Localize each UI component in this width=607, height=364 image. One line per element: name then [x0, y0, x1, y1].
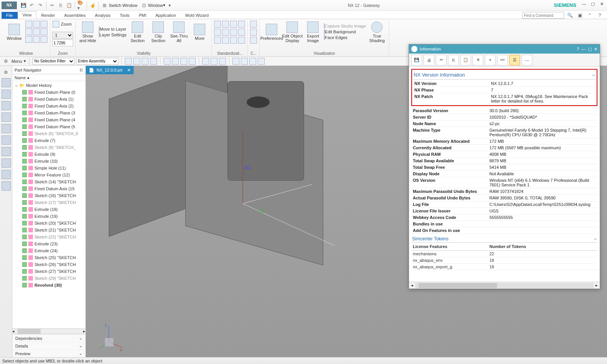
tb2-15[interactable]	[258, 58, 265, 65]
rail-item-4[interactable]	[2, 113, 11, 122]
rail-item-9[interactable]	[2, 170, 11, 179]
tb2-8[interactable]	[189, 58, 196, 65]
tb2-6[interactable]	[172, 58, 179, 65]
selection-filter-select[interactable]: No Selection Filter	[33, 58, 75, 65]
std-7[interactable]	[230, 29, 237, 36]
info-close-icon[interactable]: ✕	[594, 47, 597, 52]
rail-item-8[interactable]	[2, 158, 11, 168]
std-4[interactable]	[238, 21, 245, 28]
menu-gear-icon[interactable]: ⚙	[2, 58, 9, 65]
tree-item[interactable]: Extrude (24)	[12, 247, 85, 254]
navigator-pin-icon[interactable]: ⊏	[80, 67, 83, 72]
cut-icon[interactable]: ✂	[49, 2, 56, 9]
search-icon[interactable]: 🔍	[566, 12, 573, 19]
window-button[interactable]: Window	[5, 23, 24, 41]
info-section-tokens[interactable]: Simcenter Tokens–	[411, 234, 597, 243]
checkbox-icon[interactable]	[22, 262, 27, 267]
export-image-button[interactable]: Export Image	[303, 21, 322, 43]
checkbox-icon[interactable]	[22, 145, 27, 150]
tree-item[interactable]: Sketch (22) "SKETCH	[12, 233, 85, 240]
tree-item[interactable]: Extrude (9)	[12, 151, 85, 158]
collapse-ribbon-icon[interactable]: ⌃	[586, 12, 593, 19]
tree-item[interactable]: Fixed Datum Plane (4	[12, 116, 85, 123]
tree-item[interactable]: Extrude (23)	[12, 240, 85, 247]
tree-item[interactable]: Extrude (10)	[12, 158, 85, 165]
document-tab[interactable]: 📄NX_12.0.0.prt✕	[86, 66, 134, 74]
c-2[interactable]	[250, 29, 257, 36]
close-button[interactable]: ✕	[598, 2, 605, 9]
layout-btn-9[interactable]	[41, 36, 47, 43]
maximize-button[interactable]: ▢	[589, 2, 597, 9]
rail-settings-icon[interactable]: ⚙	[3, 69, 10, 76]
tree-item[interactable]: Extrude (18)	[12, 206, 85, 213]
tb2-13[interactable]	[241, 58, 248, 65]
assembly-scope-select[interactable]: Entire Assembly	[76, 58, 118, 65]
info-hscroll[interactable]: ◂▸	[409, 282, 600, 289]
help-icon[interactable]: ?	[596, 12, 603, 19]
tab-mold-wizard[interactable]: Mold Wizard	[181, 12, 213, 19]
checkbox-icon[interactable]	[22, 207, 27, 212]
info-minimize-icon[interactable]: —	[581, 47, 586, 52]
checkbox-icon[interactable]	[22, 111, 27, 115]
info-titlebar[interactable]: Information ? — ▢ ✕	[409, 44, 600, 54]
rail-item-5[interactable]	[2, 124, 11, 133]
tree-item[interactable]: Fixed Datum Plane (0	[12, 89, 85, 96]
copy-icon[interactable]: ⎘	[57, 2, 64, 9]
tab-analysis[interactable]: Analysis	[90, 12, 115, 19]
layout-btn-3[interactable]	[41, 21, 47, 28]
tree-item[interactable]: Sketch (16) "SKETCH	[12, 192, 85, 199]
checkbox-icon[interactable]	[22, 221, 27, 225]
tree-item[interactable]: Fixed Datum Axis (2)	[12, 103, 85, 109]
move-layer-button[interactable]: Move to Layer	[99, 27, 126, 31]
tree-item[interactable]: Sketch (29) "SKETCH	[12, 275, 85, 282]
touch-icon[interactable]: ☝	[89, 2, 96, 9]
edit-background-button[interactable]: Edit Background	[324, 29, 366, 34]
checkbox-icon[interactable]	[22, 152, 27, 157]
std-9[interactable]	[214, 37, 221, 44]
tab-view[interactable]: View	[18, 11, 37, 19]
c-1[interactable]	[250, 21, 257, 28]
checkbox-icon[interactable]	[22, 131, 27, 136]
tree-item[interactable]: Sketch (14) "SKETCH	[12, 178, 85, 185]
true-shading-button[interactable]: True Shading	[367, 21, 386, 43]
checkbox-icon[interactable]	[22, 90, 27, 95]
tree-item[interactable]: Sketch (6) "SKETCH_0	[12, 130, 85, 137]
tree-item[interactable]: Extrude (19)	[12, 213, 85, 220]
layout-btn-7[interactable]	[25, 36, 32, 43]
capture-studio-button[interactable]: Capture Studio Image	[324, 24, 366, 28]
see-thru-button[interactable]: See-Thru All	[169, 21, 188, 43]
tb2-1[interactable]	[125, 58, 132, 65]
close-tab-icon[interactable]: ✕	[127, 68, 131, 73]
checkbox-icon[interactable]	[22, 97, 27, 101]
menu-button[interactable]: Menu	[11, 59, 22, 64]
checkbox-icon[interactable]	[22, 248, 27, 253]
info-section-version[interactable]: NX Version Information–	[413, 70, 596, 80]
std-6[interactable]	[222, 29, 229, 36]
checkbox-icon[interactable]	[22, 214, 27, 219]
name-column-header[interactable]: Name ▴	[12, 74, 85, 81]
layout-btn-1[interactable]	[25, 21, 32, 28]
edit-section-button[interactable]: Edit Section	[128, 21, 147, 43]
tree-item[interactable]: Fixed Datum Axis (15	[12, 185, 85, 192]
more-button[interactable]: More	[190, 23, 209, 41]
face-edges-button[interactable]: Face Edges	[324, 35, 366, 40]
checkbox-icon[interactable]	[22, 235, 27, 239]
tree-item[interactable]: Sketch (8) "SKETCH_	[12, 144, 85, 151]
zoom-preset-select[interactable]: 1	[52, 32, 73, 39]
tab-pmi[interactable]: PMI	[134, 12, 151, 19]
rail-item-3[interactable]	[2, 101, 11, 110]
tb2-3[interactable]	[142, 58, 149, 65]
tree-item[interactable]: Extrude (7)	[12, 137, 85, 144]
overflow-icon[interactable]: ▾	[166, 2, 173, 9]
footer-dependencies[interactable]: Dependencies⌄	[12, 334, 85, 342]
info-body[interactable]: NX Version Information– NX VersionNX 12.…	[409, 67, 600, 282]
info-maximize-icon[interactable]: ▢	[588, 47, 592, 52]
tb2-2[interactable]	[133, 58, 140, 65]
std-5[interactable]	[214, 29, 221, 36]
tb2-9[interactable]	[202, 58, 209, 65]
layer-settings-button[interactable]: Layer Settings	[99, 33, 126, 37]
std-12[interactable]	[238, 37, 245, 44]
paste-icon[interactable]: 📋	[65, 2, 72, 9]
tab-tools[interactable]: Tools	[115, 12, 134, 19]
info-paste-button[interactable]: 📋	[460, 55, 471, 65]
